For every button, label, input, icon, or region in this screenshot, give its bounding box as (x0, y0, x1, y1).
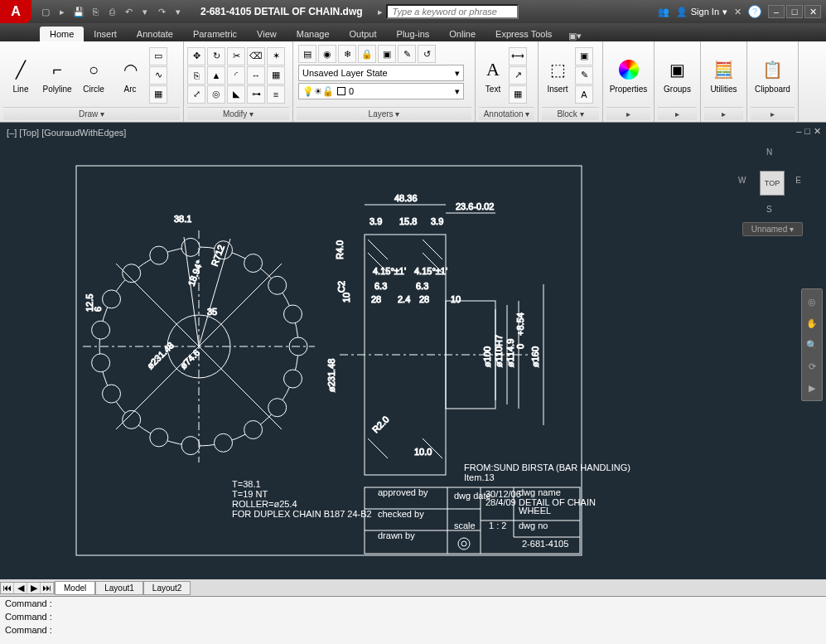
app-logo[interactable]: A (0, 0, 31, 23)
undo-dropdown-icon[interactable]: ▾ (138, 4, 152, 19)
erase-icon[interactable]: ⌫ (247, 47, 265, 65)
leader-icon[interactable]: ↗ (509, 66, 527, 85)
array-icon[interactable]: ▦ (267, 66, 285, 85)
new-icon[interactable]: ▢ (38, 4, 53, 19)
tab-model[interactable]: Model (55, 581, 95, 595)
scale-icon[interactable]: ⤢ (187, 85, 205, 104)
viewcube-top[interactable]: TOP (760, 171, 785, 196)
tab-view[interactable]: View (247, 27, 287, 41)
panel-draw-label[interactable]: Draw ▾ (3, 107, 180, 120)
circle-button[interactable]: ○Circle (76, 46, 111, 105)
hatch-icon[interactable]: ▦ (149, 85, 167, 104)
table-icon[interactable]: ▦ (509, 85, 527, 104)
minimize-button[interactable]: – (768, 5, 785, 18)
redo-dropdown-icon[interactable]: ▾ (171, 4, 186, 19)
drawing-viewport[interactable]: [–] [Top] [GouraudWithEdges] – □ ✕ N S W… (0, 123, 826, 579)
insert-button[interactable]: ⬚Insert (542, 46, 573, 105)
layer-prop-icon[interactable]: ▤ (298, 45, 316, 63)
tab-insert[interactable]: Insert (84, 27, 127, 41)
zoom-icon[interactable]: 🔍 (804, 336, 820, 354)
saveas-icon[interactable]: ⎘ (88, 4, 103, 19)
close-button[interactable]: ✕ (804, 5, 821, 18)
offset-icon[interactable]: ◎ (207, 85, 225, 104)
showmotion-icon[interactable]: ▶ (804, 379, 820, 397)
search-input[interactable] (386, 4, 519, 19)
explode-icon[interactable]: ✶ (267, 47, 285, 65)
first-tab-icon[interactable]: ⏮ (1, 583, 14, 593)
orbit-icon[interactable]: ⟳ (804, 357, 820, 375)
fillet-icon[interactable]: ◜ (227, 66, 245, 85)
doc-maximize-button[interactable]: □ (804, 126, 810, 137)
pan-icon[interactable]: ✋ (804, 314, 820, 332)
align-icon[interactable]: ≡ (267, 85, 285, 104)
tab-parametric[interactable]: Parametric (183, 27, 247, 41)
chamfer-icon[interactable]: ◣ (227, 85, 245, 104)
groups-button[interactable]: ▣Groups (658, 46, 697, 105)
rectangle-icon[interactable]: ▭ (149, 47, 167, 65)
undo-icon[interactable]: ↶ (121, 4, 136, 19)
properties-button[interactable]: Properties (606, 46, 650, 105)
tab-express[interactable]: Express Tools (485, 27, 562, 41)
stretch-icon[interactable]: ↔ (247, 66, 265, 85)
attribute-icon[interactable]: A (575, 85, 593, 104)
tab-layout1[interactable]: Layout1 (95, 581, 143, 595)
panel-layers-label[interactable]: Layers ▾ (297, 107, 471, 120)
layer-lock-icon[interactable]: 🔒 (358, 45, 376, 63)
tab-layout2[interactable]: Layout2 (143, 581, 191, 595)
save-icon[interactable]: 💾 (71, 4, 86, 19)
panel-modify-label[interactable]: Modify ▾ (187, 107, 289, 120)
tab-output[interactable]: Output (340, 27, 387, 41)
layer-match-icon[interactable]: ✎ (398, 45, 416, 63)
panel-block-label[interactable]: Block ▾ (542, 107, 599, 120)
signin-button[interactable]: 👤Sign In▾ (676, 7, 727, 17)
tab-manage[interactable]: Manage (287, 27, 340, 41)
redo-icon[interactable]: ↷ (154, 4, 169, 19)
dimension-icon[interactable]: ⟷ (509, 47, 527, 65)
tab-home[interactable]: Home (40, 27, 84, 41)
layer-state-dropdown[interactable]: Unsaved Layer State▾ (298, 65, 464, 81)
rotate-icon[interactable]: ↻ (207, 47, 225, 65)
trim-icon[interactable]: ✂ (227, 47, 245, 65)
layer-off-icon[interactable]: ◉ (318, 45, 336, 63)
infocenter-icon[interactable]: 👥 (658, 7, 669, 17)
spline-icon[interactable]: ∿ (149, 66, 167, 85)
help-icon[interactable]: ? (748, 5, 761, 18)
mirror-icon[interactable]: ▲ (207, 66, 225, 85)
text-button[interactable]: AText (479, 46, 507, 105)
command-prompt[interactable]: Command : (5, 625, 821, 638)
tab-annotate[interactable]: Annotate (127, 27, 183, 41)
fullnav-icon[interactable]: ◎ (804, 293, 820, 311)
prev-tab-icon[interactable]: ◀ (14, 583, 27, 593)
print-icon[interactable]: ⎙ (104, 4, 119, 19)
create-block-icon[interactable]: ▣ (575, 47, 593, 65)
ribbon-minimize-icon[interactable]: ▣▾ (568, 31, 582, 41)
layer-iso-icon[interactable]: ▣ (378, 45, 396, 63)
clipboard-button[interactable]: 📋Clipboard (751, 46, 795, 105)
layer-freeze-icon[interactable]: ❄ (338, 45, 356, 63)
edit-block-icon[interactable]: ✎ (575, 66, 593, 85)
layer-prev-icon[interactable]: ↺ (418, 45, 436, 63)
doc-close-button[interactable]: ✕ (814, 126, 821, 137)
doc-minimize-button[interactable]: – (796, 126, 801, 137)
next-tab-icon[interactable]: ▶ (27, 583, 41, 593)
exchange-icon[interactable]: ✕ (734, 7, 741, 17)
command-line[interactable]: Command : Command : Command : (0, 596, 826, 644)
utilities-button[interactable]: 🧮Utilities (704, 46, 743, 105)
arc-button[interactable]: ◠Arc (113, 46, 147, 105)
open-icon[interactable]: ▸ (55, 4, 70, 19)
viewcube[interactable]: N S W E TOP (737, 148, 803, 214)
view-label[interactable]: [–] [Top] [GouraudWithEdges] (7, 128, 126, 138)
maximize-button[interactable]: □ (786, 5, 803, 18)
polyline-button[interactable]: ⌐Polyline (40, 46, 75, 105)
svg-text:28: 28 (371, 294, 381, 304)
join-icon[interactable]: ⊶ (247, 85, 265, 104)
tab-online[interactable]: Online (439, 27, 485, 41)
move-icon[interactable]: ✥ (187, 47, 205, 65)
line-button[interactable]: ╱Line (3, 46, 38, 105)
layer-current-dropdown[interactable]: 💡☀🔓0▾ (298, 83, 464, 99)
tab-plugins[interactable]: Plug-ins (387, 27, 440, 41)
ucs-dropdown[interactable]: Unnamed ▾ (742, 222, 803, 236)
last-tab-icon[interactable]: ⏭ (41, 583, 54, 593)
copy-icon[interactable]: ⎘ (187, 66, 205, 85)
panel-annotation-label[interactable]: Annotation ▾ (479, 107, 534, 120)
